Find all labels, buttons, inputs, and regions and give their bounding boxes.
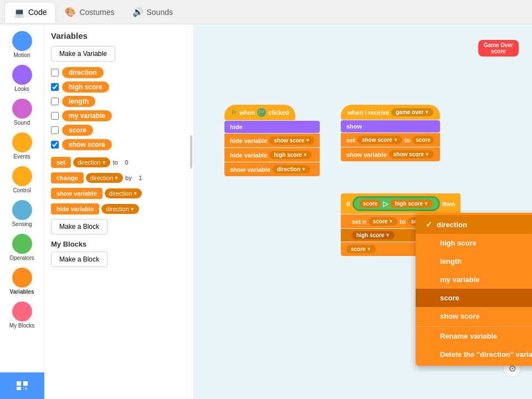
sidebar-item-sound[interactable]: Sound xyxy=(2,96,42,128)
motion-circle xyxy=(12,31,32,51)
dropdown-rename-label: Rename variable xyxy=(440,332,497,340)
code-canvas[interactable]: Game Over score 🏳 when 🏁 clicked hide hi… xyxy=(194,24,532,399)
dropdown-item-highscore[interactable]: high score xyxy=(416,234,532,252)
variables-section-title: Variables xyxy=(51,31,187,40)
tab-code[interactable]: 💻 Code xyxy=(4,2,56,23)
hide-variable-block[interactable]: hide variable xyxy=(51,203,99,214)
show-score-dropdown-1[interactable]: show score ▼ xyxy=(269,136,314,145)
var-pill-highscore[interactable]: high score xyxy=(62,81,109,93)
score-dropdown-inner[interactable]: score ▼ xyxy=(369,217,398,226)
sidebar-item-motion[interactable]: Motion xyxy=(2,29,42,60)
if-block[interactable]: if score ▷ high score ▼ then xyxy=(341,193,461,214)
var-pill-length[interactable]: length xyxy=(62,96,95,107)
hide-block[interactable]: hide xyxy=(224,121,320,133)
dropdown-item-score[interactable]: score xyxy=(416,289,532,307)
svg-rect-1 xyxy=(23,381,28,386)
show-variable-block[interactable]: show variable xyxy=(51,188,103,199)
hat-label: when xyxy=(239,109,255,116)
var-checkbox-score[interactable] xyxy=(51,126,59,134)
hide-var-highscore-block[interactable]: hide variable high score ▼ xyxy=(224,148,320,162)
to-label: to xyxy=(112,159,117,166)
var-checkbox-showscore[interactable] xyxy=(51,141,59,149)
scrollbar-thumb[interactable] xyxy=(190,135,192,168)
var-pill-myvariable[interactable]: my variable xyxy=(62,110,112,121)
sidebar-item-operators[interactable]: Operators xyxy=(2,232,42,263)
set-value-input[interactable]: 0 xyxy=(120,158,134,167)
change-block[interactable]: change xyxy=(51,172,84,183)
blocks-panel: Variables Make a Variable direction high… xyxy=(44,24,194,399)
score-dropdown-bottom[interactable]: score ▼ xyxy=(346,245,376,253)
motion-label: Motion xyxy=(13,52,30,58)
add-sprite-icon: + xyxy=(16,378,29,394)
high-score-cond[interactable]: high score ▼ xyxy=(390,200,433,208)
var-checkbox-highscore[interactable] xyxy=(51,83,59,91)
dropdown-delete-label: Delete the "direction" variable xyxy=(440,350,532,359)
hat-block-receive[interactable]: when I receive game over ▼ xyxy=(341,105,440,120)
show-score-dropdown-2[interactable]: show score ▼ xyxy=(357,136,402,144)
looks-label: Looks xyxy=(14,86,29,92)
code-icon: 💻 xyxy=(14,7,25,18)
var-pill-showscore[interactable]: show score xyxy=(62,139,112,150)
variables-circle xyxy=(12,268,32,288)
sidebar-item-myblocks[interactable]: My Blocks xyxy=(2,299,42,331)
dropdown-item-rename[interactable]: Rename variable xyxy=(416,326,532,345)
set-label: set xyxy=(346,137,355,144)
show-score-dropdown-3[interactable]: show score ▼ xyxy=(389,150,434,158)
sidebar-item-sensing[interactable]: Sensing xyxy=(2,198,42,229)
tab-costumes-label: Costumes xyxy=(79,8,114,17)
dropdown-score-label: score xyxy=(440,294,459,302)
dropdown-item-delete[interactable]: Delete the "direction" variable xyxy=(416,345,532,364)
var-checkbox-length[interactable] xyxy=(51,98,59,105)
make-list-button[interactable]: Make a Block xyxy=(51,219,108,234)
change-var-dropdown[interactable]: direction xyxy=(86,173,124,183)
control-circle xyxy=(12,166,32,186)
show-variable-label: show variable xyxy=(230,166,270,173)
show-variable-block-row: show variable direction xyxy=(51,188,187,199)
game-over-badge: Game Over score xyxy=(478,40,519,57)
tab-sounds[interactable]: 🔊 Sounds xyxy=(124,2,182,23)
tab-costumes[interactable]: 🎨 Costumes xyxy=(56,2,123,23)
sidebar-item-control[interactable]: Control xyxy=(2,164,42,196)
set-showscore-block[interactable]: set show score ▼ to score xyxy=(341,133,440,147)
dropdown-item-showscore[interactable]: show score xyxy=(416,307,532,325)
make-variable-button[interactable]: Make a Variable xyxy=(51,46,115,62)
hide-var-dropdown[interactable]: direction xyxy=(101,204,139,214)
high-score-dropdown-2[interactable]: high score ▼ xyxy=(352,231,395,239)
hide-variable-block-row: hide variable direction xyxy=(51,203,187,214)
change-value-input[interactable]: 1 xyxy=(134,173,147,182)
dropdown-item-length[interactable]: length xyxy=(416,252,532,270)
variable-row-score: score xyxy=(51,125,187,136)
direction-dropdown-1[interactable]: direction ▼ xyxy=(273,165,310,173)
high-score-dropdown-1[interactable]: high score ▼ xyxy=(269,151,312,159)
operators-circle xyxy=(12,234,32,254)
hide-var-showscore-block[interactable]: hide variable show score ▼ xyxy=(224,134,320,147)
var-checkbox-direction[interactable] xyxy=(51,69,59,76)
when-i-receive-label: when I receive xyxy=(347,109,389,116)
show-block[interactable]: show xyxy=(341,120,440,132)
condition-block[interactable]: score ▷ high score ▼ xyxy=(352,196,440,211)
costumes-icon: 🎨 xyxy=(65,7,76,17)
svg-rect-0 xyxy=(17,381,21,386)
show-var-dropdown[interactable]: direction xyxy=(105,188,142,198)
sidebar-item-events[interactable]: Events xyxy=(2,130,42,162)
dropdown-item-direction[interactable]: ✓ direction xyxy=(416,215,532,234)
var-pill-direction[interactable]: direction xyxy=(62,67,104,78)
by-label: by xyxy=(125,175,132,181)
dropdown-item-myvariable[interactable]: my variable xyxy=(416,270,532,289)
gt-symbol: ▷ xyxy=(383,200,388,208)
category-sidebar: Motion Looks Sound Events Control Sensin… xyxy=(0,24,44,399)
add-sprite-bar[interactable]: + xyxy=(0,372,44,399)
sidebar-item-variables[interactable]: Variables xyxy=(2,265,42,297)
hat-block-flag[interactable]: 🏳 when 🏁 clicked xyxy=(224,105,295,120)
make-block-button[interactable]: Make a Block xyxy=(51,252,108,267)
set-block[interactable]: set xyxy=(51,157,71,168)
show-variable-showscore-block[interactable]: show variable show score ▼ xyxy=(341,147,440,161)
score-value: score xyxy=(412,136,434,144)
var-checkbox-myvariable[interactable] xyxy=(51,112,59,120)
sidebar-item-looks[interactable]: Looks xyxy=(2,63,42,94)
dropdown-myvariable-label: my variable xyxy=(440,275,480,284)
show-var-direction-block[interactable]: show variable direction ▼ xyxy=(224,162,320,176)
set-var-dropdown[interactable]: direction xyxy=(73,157,111,167)
var-pill-score[interactable]: score xyxy=(62,125,93,136)
game-over-dropdown[interactable]: game over ▼ xyxy=(391,108,433,116)
